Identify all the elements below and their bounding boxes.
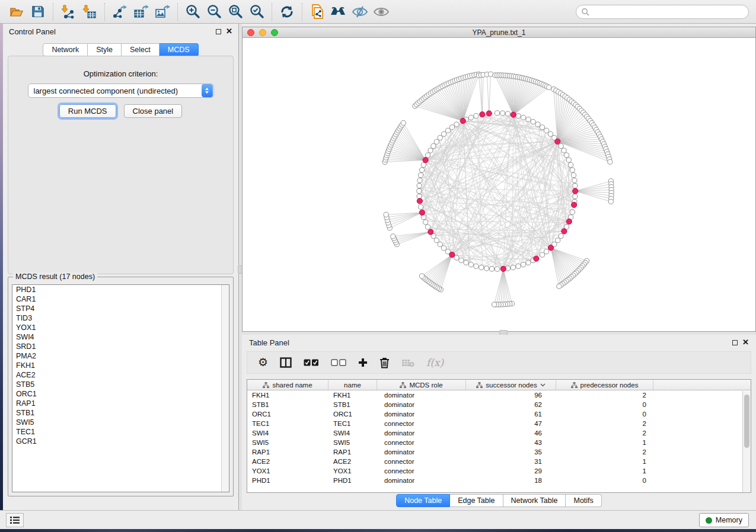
zoom-selected-icon[interactable]: [246, 2, 267, 21]
window-close-icon[interactable]: [247, 29, 254, 36]
mcds-result-item[interactable]: TEC1: [12, 427, 229, 437]
shared-column-icon: [476, 382, 483, 388]
cytoscape-window: Control Panel ✕ Network Style Select MCD…: [0, 0, 756, 532]
table-scrollbar[interactable]: [742, 391, 751, 492]
toolbar-separator: [302, 3, 302, 21]
close-panel-icon[interactable]: ✕: [742, 339, 749, 345]
tab-mcds[interactable]: MCDS: [160, 43, 199, 56]
mcds-result-list[interactable]: PHD1CAR1STP4TID3YOX1SWI4SRD1PMA2FKH1ACE2…: [12, 284, 229, 492]
dropdown-stepper-icon: [202, 84, 213, 97]
column-header-shared-name[interactable]: shared name: [247, 380, 328, 390]
window-maximize-icon[interactable]: [271, 29, 278, 36]
memory-button[interactable]: Memory: [699, 513, 749, 527]
node-table[interactable]: shared name name MCDS role successor nod…: [247, 379, 751, 493]
mcds-result-item[interactable]: ACE2: [12, 370, 229, 380]
memory-label: Memory: [716, 516, 742, 524]
criterion-dropdown[interactable]: largest connected component (undirected): [28, 84, 214, 98]
import-table-icon[interactable]: [79, 2, 100, 21]
table-row[interactable]: STB1 STB1 dominator 62 0: [247, 400, 751, 409]
table-row[interactable]: RAP1 RAP1 dominator 35 2: [247, 447, 751, 457]
select-all-icon[interactable]: [304, 359, 319, 366]
table-header-row: shared name name MCDS role successor nod…: [247, 380, 751, 390]
open-file-icon[interactable]: [6, 2, 27, 21]
mcds-result-item[interactable]: PHD1: [12, 285, 229, 294]
table-tabbar: Node Table Edge Table Network Table Moti…: [242, 494, 756, 507]
zoom-fit-icon[interactable]: [225, 2, 246, 21]
control-panel-title: Control Panel: [9, 27, 56, 36]
table-row[interactable]: ORC1 ORC1 dominator 61 0: [247, 409, 751, 419]
tab-edge-table[interactable]: Edge Table: [450, 494, 503, 507]
float-panel-icon[interactable]: [216, 29, 221, 34]
search-input[interactable]: [589, 6, 748, 18]
mcds-result-item[interactable]: YOX1: [12, 323, 229, 332]
zoom-in-icon[interactable]: [182, 2, 203, 21]
float-panel-icon[interactable]: [732, 340, 738, 345]
export-network-icon[interactable]: [109, 2, 130, 21]
list-icon: [9, 516, 20, 524]
hide-details-eye-slash-icon[interactable]: [349, 2, 371, 21]
network-search-field[interactable]: [576, 5, 749, 19]
refresh-icon[interactable]: [276, 2, 298, 21]
add-column-icon[interactable]: [358, 358, 368, 367]
mcds-result-item[interactable]: RAP1: [12, 399, 229, 408]
mcds-result-item[interactable]: FKH1: [12, 361, 229, 370]
table-toolbar: ⚙ f(x): [247, 351, 751, 374]
mcds-result-item[interactable]: TID3: [12, 313, 229, 323]
network-view-window: YPA_prune.txt_1: [242, 27, 756, 332]
tab-node-table[interactable]: Node Table: [396, 494, 450, 507]
import-network-icon[interactable]: [58, 2, 79, 21]
export-table-icon[interactable]: [130, 2, 152, 21]
column-header-mcds-role[interactable]: MCDS role: [377, 380, 466, 390]
status-bar: Memory: [0, 510, 756, 529]
mcds-result-item[interactable]: SWI5: [12, 418, 229, 427]
table-row[interactable]: YOX1 YOX1 connector 29 1: [247, 466, 751, 476]
tab-style[interactable]: Style: [88, 43, 122, 56]
table-options-gear-icon[interactable]: ⚙: [258, 357, 268, 368]
close-panel-icon[interactable]: ✕: [226, 28, 232, 34]
search-network-icon[interactable]: [328, 2, 349, 21]
mcds-result-item[interactable]: STP4: [12, 304, 229, 313]
mcds-list-scrollbar[interactable]: [221, 285, 229, 492]
window-minimize-icon[interactable]: [259, 29, 266, 36]
tab-network-table[interactable]: Network Table: [503, 494, 566, 507]
mcds-result-item[interactable]: SWI4: [12, 332, 229, 342]
tab-motifs[interactable]: Motifs: [566, 494, 601, 507]
network-canvas[interactable]: [243, 38, 755, 331]
mcds-result-item[interactable]: PMA2: [12, 351, 229, 361]
run-mcds-button[interactable]: Run MCDS: [59, 104, 116, 118]
show-columns-icon[interactable]: [280, 357, 292, 368]
mcds-result-group: MCDS result (17 nodes) PHD1CAR1STP4TID3Y…: [8, 277, 234, 496]
save-session-icon[interactable]: [27, 2, 49, 21]
zoom-out-icon[interactable]: [203, 2, 225, 21]
network-window-titlebar[interactable]: YPA_prune.txt_1: [243, 27, 755, 38]
table-row[interactable]: PHD1 PHD1 dominator 18 0: [247, 476, 751, 485]
tab-network[interactable]: Network: [43, 43, 88, 56]
table-row[interactable]: FKH1 FKH1 dominator 96 2: [247, 390, 751, 400]
column-header-successor-nodes[interactable]: successor nodes: [466, 380, 556, 390]
table-row[interactable]: SWI4 SWI4 dominator 46 2: [247, 428, 751, 438]
delete-column-trash-icon[interactable]: [379, 357, 390, 368]
shared-column-icon: [263, 382, 269, 388]
table-row[interactable]: ACE2 ACE2 connector 31 1: [247, 457, 751, 466]
close-panel-button[interactable]: Close panel: [124, 104, 183, 118]
scrollbar-thumb[interactable]: [744, 395, 749, 448]
table-row[interactable]: SWI5 SWI5 connector 43 1: [247, 438, 751, 447]
mcds-result-item[interactable]: STB1: [12, 408, 229, 418]
search-icon: [581, 8, 589, 16]
table-row[interactable]: TEC1 TEC1 connector 47 2: [247, 419, 751, 428]
mcds-result-item[interactable]: CAR1: [12, 294, 229, 304]
export-image-icon[interactable]: [152, 2, 173, 21]
deselect-all-icon[interactable]: [331, 359, 346, 366]
mcds-result-item[interactable]: ORC1: [12, 389, 229, 399]
network-graph[interactable]: [243, 38, 755, 331]
mcds-result-item[interactable]: GCR1: [12, 437, 229, 446]
mcds-result-item[interactable]: STB5: [12, 380, 229, 389]
column-header-predecessor-nodes[interactable]: predecessor nodes: [556, 380, 653, 390]
mcds-result-item[interactable]: SRD1: [12, 342, 229, 351]
sort-chevron-icon: [540, 383, 546, 387]
column-header-name[interactable]: name: [328, 380, 377, 390]
task-history-button[interactable]: [6, 513, 24, 527]
show-graphics-eye-icon[interactable]: [371, 2, 392, 21]
tab-select[interactable]: Select: [122, 43, 160, 56]
clone-network-icon[interactable]: [307, 2, 328, 21]
